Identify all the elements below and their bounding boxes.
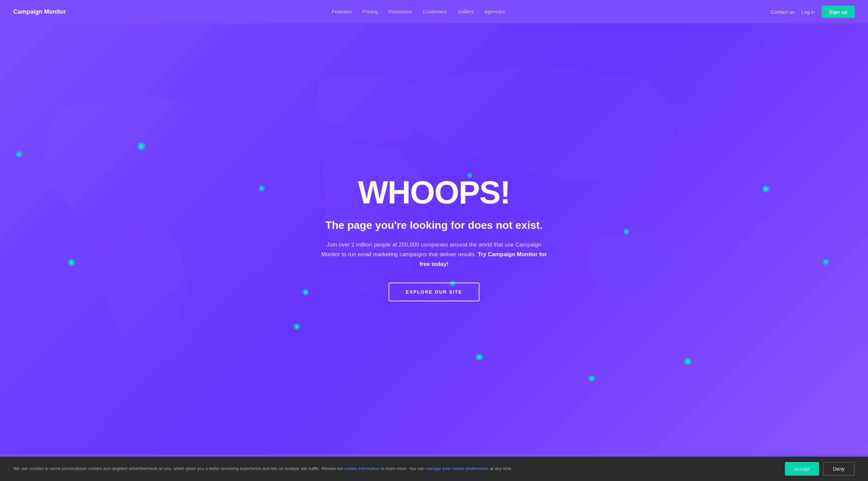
nav-item-pricing[interactable]: Pricing [362,9,378,14]
cookie-buttons: Accept Deny [785,462,855,476]
hero-description: Join over 2 million people at 250,000 co… [317,240,551,269]
cookie-message: We use cookies to serve personalized con… [13,466,343,471]
location-dot-11 [686,359,690,363]
cookie-text: We use cookies to serve personalized con… [13,465,513,472]
location-dot-0 [18,153,21,156]
location-dot-9 [590,377,594,380]
location-dot-3 [260,187,263,190]
location-dot-4 [304,291,307,294]
contact-link[interactable]: Contact us [771,9,795,15]
nav-right: Contact us Log in Sign up [771,6,855,18]
cookie-bar: We use cookies to serve personalized con… [0,457,868,481]
nav-item-features[interactable]: Features [332,9,351,14]
location-dot-2 [69,261,73,265]
login-link[interactable]: Log in [801,9,815,15]
location-dot-12 [764,187,768,191]
nav-item-gallery[interactable]: Gallery [458,9,474,14]
explore-button[interactable]: EXPLORE OUR SITE [389,282,480,301]
nav-links: Features Pricing Resources Customers Gal… [332,9,505,15]
cookie-middle-text: to learn more. You can [381,466,424,471]
hero-section: WHOOPS! The page you're looking for does… [0,23,868,454]
location-dot-13 [825,261,827,263]
hero-subtitle: The page you're looking for does not exi… [317,218,551,233]
nav-item-customers[interactable]: Customers [423,9,447,14]
navbar: Campaign Monitor Features Pricing Resour… [0,0,868,23]
deny-button[interactable]: Deny [823,462,855,476]
accept-button[interactable]: Accept [785,462,819,476]
hero-title: WHOOPS! [317,176,551,208]
signup-button[interactable]: Sign up [822,6,855,18]
brand-logo[interactable]: Campaign Monitor [13,8,66,16]
location-dot-6 [477,355,482,359]
nav-item-agencies[interactable]: Agencies [485,9,505,14]
cookie-info-link[interactable]: cookie information [344,466,380,471]
nav-item-resources[interactable]: Resources [388,9,412,14]
cookie-end-text: at any time. [490,466,513,471]
location-dot-1 [139,144,144,149]
cookie-preferences-link[interactable]: manage your cookie preferences [426,466,489,471]
location-dot-5 [295,325,299,328]
location-dot-10 [625,230,628,233]
hero-content: WHOOPS! The page you're looking for does… [310,163,558,314]
